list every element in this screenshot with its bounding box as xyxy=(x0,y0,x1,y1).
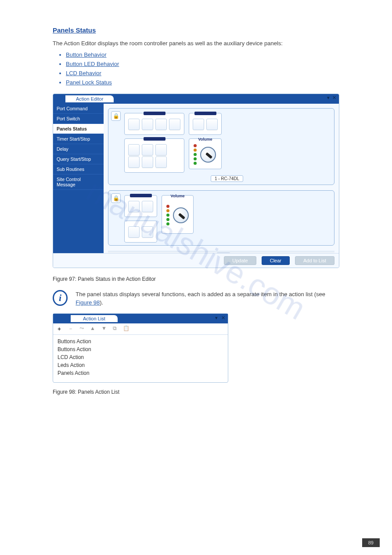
close-icon[interactable]: ✕ xyxy=(221,315,225,321)
led-orange-icon xyxy=(166,209,169,212)
led-orange-icon xyxy=(194,149,197,152)
volume-knob[interactable] xyxy=(200,147,216,163)
action-editor-canvas: 🔒 xyxy=(104,104,339,253)
sidebar-item-panels-status[interactable]: Panels Status xyxy=(53,124,104,134)
info-note-tail: ). xyxy=(100,299,103,306)
volume-knob[interactable] xyxy=(173,207,189,223)
button-group-b xyxy=(124,138,184,173)
horizontal-scrollbar[interactable]: ◂ ▸ xyxy=(108,251,334,253)
link-panel-lock-status[interactable]: Panel Lock Status xyxy=(66,79,339,86)
scroll-left-icon[interactable]: ◂ xyxy=(109,252,114,253)
led-green-icon xyxy=(194,157,197,160)
section-links: Button Behavior Button LED Behavior LCD … xyxy=(66,51,339,86)
skip-icon[interactable]: ⤳ xyxy=(79,325,84,333)
sidebar-item-timer[interactable]: Timer Start/Stop xyxy=(53,134,104,144)
minimize-icon[interactable]: ▾ xyxy=(215,315,218,321)
panel-button[interactable] xyxy=(128,144,140,156)
figure-97-caption: Figure 97: Panels Status in the Action E… xyxy=(53,276,339,282)
panel-button[interactable] xyxy=(128,156,140,168)
device-2-frame: 🔒 xyxy=(108,190,334,246)
sidebar-item-site-control[interactable]: Site Control Message xyxy=(53,174,104,190)
section-heading: Panels Status xyxy=(53,26,339,34)
scroll-right-icon[interactable]: ▸ xyxy=(328,252,334,253)
figure-98-caption: Figure 98: Panels Action List xyxy=(53,389,339,395)
add-icon[interactable]: ＋ xyxy=(57,325,62,333)
button-group-c xyxy=(189,113,222,135)
info-note-text: The panel status displays several functi… xyxy=(76,291,325,297)
volume-panel-2: Volume xyxy=(162,195,194,234)
panel-button[interactable] xyxy=(155,156,167,168)
list-item[interactable]: LCD Action xyxy=(58,353,223,361)
scroll-thumb[interactable] xyxy=(217,252,230,253)
copy-icon[interactable]: ⧉ xyxy=(113,325,117,333)
device-1-frame: 🔒 xyxy=(108,108,334,185)
led-green-icon xyxy=(194,153,197,156)
panel-button[interactable] xyxy=(169,119,180,130)
add-to-list-button[interactable]: Add to List xyxy=(295,256,334,265)
info-note-row: i The panel status displays several func… xyxy=(53,290,339,307)
panel-button[interactable] xyxy=(128,201,140,212)
panel-button[interactable] xyxy=(193,119,204,130)
panel-button[interactable] xyxy=(142,119,153,130)
action-editor-tab: Action Editor xyxy=(65,95,114,102)
panel-button[interactable] xyxy=(142,156,153,168)
figure-98-link[interactable]: Figure 98 xyxy=(76,299,100,306)
intro-text: The Action Editor displays the room cont… xyxy=(53,39,339,48)
action-editor-window: Action Editor ▾ ✕ Port Command Port Swit… xyxy=(53,94,339,268)
action-list-window: Action List ▾ ✕ ＋ － ⤳ ▲ ▼ ⧉ 📋 Buttons Ac… xyxy=(53,313,228,383)
volume-label: Volume xyxy=(171,194,185,198)
device-caption: 1 - RC-74DL xyxy=(211,175,243,182)
link-lcd-behavior[interactable]: LCD Behavior xyxy=(66,70,339,76)
remove-icon[interactable]: － xyxy=(68,325,73,333)
editor-button-row: Update Clear Add to List xyxy=(53,253,339,268)
close-icon[interactable]: ✕ xyxy=(332,95,336,101)
minimize-icon[interactable]: ▾ xyxy=(327,95,330,101)
led-green-icon xyxy=(166,214,169,217)
sidebar-item-query[interactable]: Query Start/Stop xyxy=(53,154,104,164)
lock-icon[interactable]: 🔒 xyxy=(111,111,121,121)
volume-label: Volume xyxy=(198,137,212,141)
button-group-a xyxy=(124,113,184,135)
panel-button[interactable] xyxy=(142,201,153,212)
sidebar-item-port-command[interactable]: Port Command xyxy=(53,104,104,114)
led-green-icon xyxy=(166,222,169,225)
list-item[interactable]: Buttons Action xyxy=(58,345,223,353)
action-list-body: Buttons Action Buttons Action LCD Action… xyxy=(53,335,228,382)
panel-button[interactable] xyxy=(128,119,140,130)
link-button-led-behavior[interactable]: Button LED Behavior xyxy=(66,61,339,67)
clear-button[interactable]: Clear xyxy=(262,256,290,265)
list-item[interactable]: Leds Action xyxy=(58,361,223,369)
action-editor-titlebar: Action Editor ▾ ✕ xyxy=(53,94,339,104)
button-group-d xyxy=(124,195,157,217)
led-red-icon xyxy=(194,144,197,147)
sidebar-item-delay[interactable]: Delay xyxy=(53,144,104,154)
sidebar-item-port-switch[interactable]: Port Switch xyxy=(53,114,104,124)
action-list-titlebar: Action List ▾ ✕ xyxy=(53,314,228,323)
button-group-e xyxy=(124,221,157,243)
volume-panel: Volume xyxy=(189,138,222,169)
panel-button[interactable] xyxy=(128,226,140,238)
list-item[interactable]: Panels Action xyxy=(58,369,223,377)
move-down-icon[interactable]: ▼ xyxy=(101,325,107,333)
led-red-icon xyxy=(166,205,169,208)
update-button[interactable]: Update xyxy=(224,256,256,265)
info-icon: i xyxy=(53,290,68,306)
sidebar-item-subroutines[interactable]: Sub Routines xyxy=(53,164,104,174)
action-editor-sidebar: Port Command Port Switch Panels Status T… xyxy=(53,104,104,253)
led-green-icon xyxy=(166,218,169,221)
list-item[interactable]: Buttons Action xyxy=(58,337,223,345)
panel-button[interactable] xyxy=(155,119,167,130)
panel-button[interactable] xyxy=(155,144,167,156)
panel-button[interactable] xyxy=(206,119,218,130)
paste-icon[interactable]: 📋 xyxy=(123,325,129,333)
move-up-icon[interactable]: ▲ xyxy=(90,325,95,333)
action-list-tab: Action List xyxy=(71,315,118,322)
link-button-behavior[interactable]: Button Behavior xyxy=(66,51,339,58)
panel-button[interactable] xyxy=(142,226,153,238)
panel-button[interactable] xyxy=(142,144,153,156)
lock-icon[interactable]: 🔒 xyxy=(111,193,121,203)
action-list-toolbar: ＋ － ⤳ ▲ ▼ ⧉ 📋 xyxy=(53,323,228,335)
led-green-icon xyxy=(194,162,197,165)
